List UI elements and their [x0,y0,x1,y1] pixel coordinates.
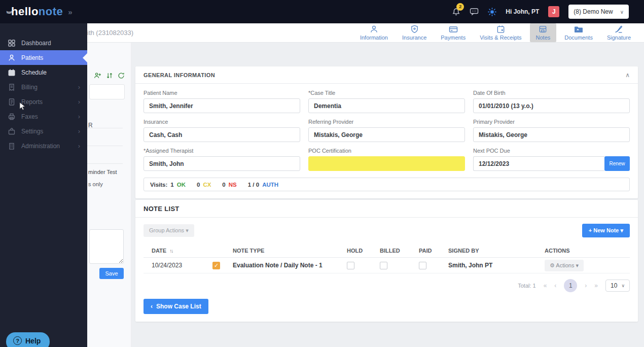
sidebar-item-billing[interactable]: Billing › [0,80,87,94]
sidebar-nav: Dashboard Patients Schedule Billing › Re… [0,23,87,153]
sidebar-item-label: Patients [21,54,43,61]
visits-ns-label: NS [229,182,237,188]
prev-page-icon[interactable]: ‹ [554,282,556,289]
sidebar-item-reports[interactable]: Reports › [0,94,87,109]
chevron-down-icon: ∨ [620,9,624,15]
primary-provider-input[interactable]: Mistakis, George [473,127,630,142]
next-poc-due-input[interactable]: 12/12/2023 [473,156,604,171]
field-primary-provider: Primary Provider Mistakis, George [473,119,630,142]
chat-icon[interactable] [470,8,479,16]
last-page-icon[interactable]: » [594,282,598,289]
case-list-panel-partial: R minder Test s only Save [87,43,131,347]
referring-provider-input[interactable]: Mistakis, George [308,127,465,142]
tab-label: Signature [607,34,631,41]
date-of-birth-input[interactable]: 01/01/2010 (13 y.o.) [473,98,630,113]
note-list-header: NOTE LIST [135,200,638,218]
hold-checkbox[interactable] [347,262,354,269]
page-size-select[interactable]: 10∨ [605,280,630,292]
sidebar-item-label: Schedule [21,69,47,76]
visits-auth-label: AUTH [262,182,278,188]
sidebar-item-faxes[interactable]: Faxes › [0,109,87,124]
field-label: Referring Provider [308,119,465,125]
visits-ok-count: 1 [170,182,173,188]
field-label: Patient Name [144,90,300,96]
chevron-down-icon: ∨ [621,283,625,288]
sort-icon[interactable] [106,72,113,79]
sidebar-item-label: Billing [21,84,38,91]
notes-icon [539,25,547,33]
new-note-button[interactable]: + New Note ▾ [582,224,630,237]
pagination-total: Total: 1 [518,283,535,289]
sidebar-item-patients[interactable]: Patients [0,50,87,65]
tab-information[interactable]: Information [354,23,394,42]
notification-bell-icon[interactable]: 2 [452,8,460,16]
theme-sun-icon[interactable] [488,8,496,16]
sidebar-expand-icon[interactable]: » [68,8,72,16]
tab-visits-receipts[interactable]: Visits & Receipts [474,23,527,42]
tab-payments[interactable]: Payments [435,23,472,42]
settings-icon [8,127,16,135]
renew-button[interactable]: Renew [604,156,630,171]
sidebar-item-administration[interactable]: Administration › [0,138,87,153]
first-page-icon[interactable]: « [544,282,547,289]
panel-search-input[interactable] [89,84,125,99]
clinic-selector[interactable]: (8) Demo New ∨ [568,5,629,19]
current-page-button[interactable]: 1 [564,279,577,292]
show-case-list-button[interactable]: ‹ Show Case List [144,299,208,314]
active-item-notch [83,53,87,62]
collapse-chevron-icon[interactable]: ∧ [625,72,630,79]
tab-signature[interactable]: Signature [601,23,637,42]
add-person-icon[interactable] [94,72,101,79]
tab-label: Notes [536,34,551,41]
billed-checkbox[interactable] [380,262,387,269]
panel-partial-text: minder Test [88,169,117,175]
tab-documents[interactable]: Documents [558,23,599,42]
patients-icon [8,54,16,62]
column-signed-by: SIGNED BY [448,248,545,254]
column-date[interactable]: DATE↑↓ [152,248,212,254]
visits-auth-count: 1 / 0 [248,182,259,188]
paid-checkbox[interactable] [419,262,426,269]
sidebar-item-schedule[interactable]: Schedule [0,65,87,80]
section-title: NOTE LIST [144,205,180,213]
field-label: *Assigned Therapist [144,148,300,154]
row-actions-button[interactable]: ⚙ Actions ▾ [545,260,584,271]
assigned-therapist-input[interactable]: Smith, John [144,156,300,171]
section-title: GENERAL INFORMATION [144,72,215,78]
cell-signed-by: Smith, John PT [448,262,545,269]
shield-icon [410,25,419,33]
topbar: ))) hellonote » 2 Hi John, PT J (8) Demo… [0,0,644,23]
cell-note-type[interactable]: Evaluation Note / Daily Note - 1 [233,262,347,269]
folder-icon [574,25,583,33]
patient-name-input[interactable]: Smith, Jennifer [144,98,300,113]
general-information-card: GENERAL INFORMATION ∧ Patient Name Smith… [135,66,638,198]
sidebar-item-settings[interactable]: Settings › [0,124,87,138]
case-title-input[interactable]: Dementia [308,98,465,113]
divider [87,163,123,164]
tab-insurance[interactable]: Insurance [396,23,433,42]
visits-ok-label: OK [177,182,186,188]
row-select-checkbox[interactable]: ✓ [212,262,220,269]
tab-notes[interactable]: Notes [530,23,557,42]
field-label: POC Certification [308,148,465,154]
panel-toolbar [94,72,125,79]
sort-arrows-icon[interactable]: ↑↓ [169,248,172,254]
next-page-icon[interactable]: › [585,282,587,289]
submenu-arrow-icon: › [78,127,80,135]
billing-icon [8,83,16,91]
sidebar-item-label: Dashboard [21,40,51,47]
sidebar-item-dashboard[interactable]: Dashboard [0,36,87,50]
panel-note-textarea[interactable] [89,229,124,264]
help-button[interactable]: ? Help [6,332,50,347]
refresh-icon[interactable] [118,72,125,79]
avatar[interactable]: J [548,6,559,17]
field-poc-certification: POC Certification [308,148,465,171]
column-note-type: NOTE TYPE [233,248,347,254]
poc-certification-input[interactable] [308,156,465,171]
group-actions-button[interactable]: Group Actions ▾ [144,224,194,237]
panel-partial-text: s only [88,181,103,187]
cell-date: 10/24/2023 [152,262,212,269]
save-button[interactable]: Save [99,268,124,279]
visits-summary: Visits: 1 OK 0 CX 0 NS 1 / 0 AUTH [144,178,630,191]
insurance-input[interactable]: Cash, Cash [144,127,300,142]
